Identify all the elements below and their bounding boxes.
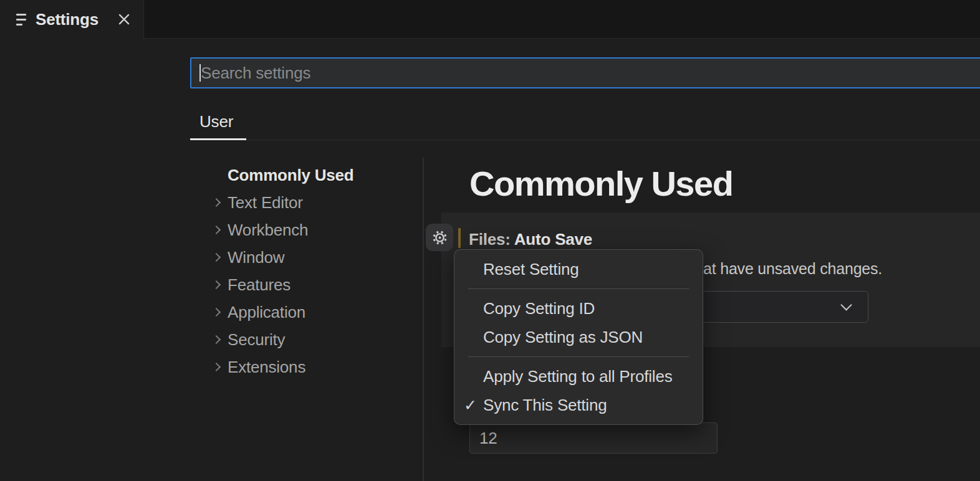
menu-item-label: Copy Setting as JSON (483, 328, 643, 346)
setting-context-menu: Reset SettingCopy Setting IDCopy Setting… (454, 249, 703, 425)
setting-gear-button[interactable] (426, 224, 453, 251)
setting-title: Files: Auto Save (469, 230, 592, 249)
setting-description: at have unsaved changes. (703, 260, 882, 278)
menu-item-label: Apply Setting to all Profiles (483, 367, 672, 386)
tab-title: Settings (36, 10, 116, 29)
menu-separator (468, 356, 689, 357)
gear-icon (431, 229, 448, 246)
tab-user[interactable]: User (199, 112, 233, 131)
scope-tabs-divider (190, 140, 980, 140)
toc-item-extensions[interactable]: Extensions (213, 353, 413, 381)
menu-item-sync-this-setting[interactable]: ✓Sync This Setting (454, 391, 703, 419)
toc-item-workbench[interactable]: Workbench (213, 216, 413, 244)
chevron-right-icon (213, 309, 228, 315)
check-icon: ✓ (464, 391, 480, 419)
chevron-right-icon (213, 282, 228, 288)
chevron-right-icon (213, 254, 228, 260)
chevron-down-icon (840, 299, 852, 310)
toc-item-label: Application (228, 303, 305, 322)
close-tab-button[interactable] (116, 11, 132, 27)
toc-item-window[interactable]: Window (213, 244, 413, 271)
toc-item-security[interactable]: Security (213, 326, 413, 353)
modified-indicator (458, 228, 461, 248)
settings-toc: Commonly UsedText EditorWorkbenchWindowF… (213, 161, 413, 381)
number-setting-input[interactable] (469, 422, 718, 454)
page-title: Commonly Used (469, 163, 733, 204)
toc-item-text-editor[interactable]: Text Editor (213, 189, 413, 216)
setting-category-label: Files: (469, 230, 514, 249)
toc-item-label: Text Editor (228, 193, 303, 212)
close-icon (118, 14, 130, 25)
toc-item-application[interactable]: Application (213, 298, 413, 326)
toc-item-label: Workbench (228, 221, 308, 240)
search-input[interactable] (191, 59, 980, 87)
vscode-settings-window: Settings User Commonly UsedText EditorWo… (0, 0, 980, 481)
toc-main-divider (423, 157, 424, 481)
text-cursor (199, 64, 201, 82)
toc-item-label: Commonly Used (228, 166, 354, 185)
toc-item-features[interactable]: Features (213, 271, 413, 298)
toc-item-label: Window (228, 248, 284, 267)
menu-separator (468, 288, 689, 289)
menu-item-copy-setting-as-json[interactable]: Copy Setting as JSON (454, 323, 703, 351)
chevron-right-icon (213, 364, 228, 370)
settings-tab[interactable]: Settings (0, 0, 144, 39)
chevron-right-icon (213, 199, 228, 206)
menu-item-reset-setting[interactable]: Reset Setting (454, 255, 703, 283)
toc-item-commonly-used[interactable]: Commonly Used (213, 161, 413, 189)
toc-item-label: Extensions (228, 358, 305, 377)
menu-item-apply-setting-to-all-profiles[interactable]: Apply Setting to all Profiles (454, 362, 703, 391)
chevron-right-icon (213, 227, 228, 233)
settings-search-box (190, 57, 980, 88)
toc-item-label: Features (228, 275, 291, 295)
menu-item-label: Sync This Setting (483, 396, 607, 414)
toc-item-label: Security (228, 330, 285, 350)
user-tab-active-underline (190, 138, 246, 140)
chevron-right-icon (213, 336, 228, 343)
menu-item-label: Copy Setting ID (483, 299, 595, 318)
settings-tune-icon (16, 14, 27, 26)
editor-tab-bar: Settings (0, 0, 980, 39)
setting-name-label: Auto Save (514, 230, 592, 249)
menu-item-label: Reset Setting (483, 260, 579, 279)
menu-item-copy-setting-id[interactable]: Copy Setting ID (454, 294, 703, 323)
